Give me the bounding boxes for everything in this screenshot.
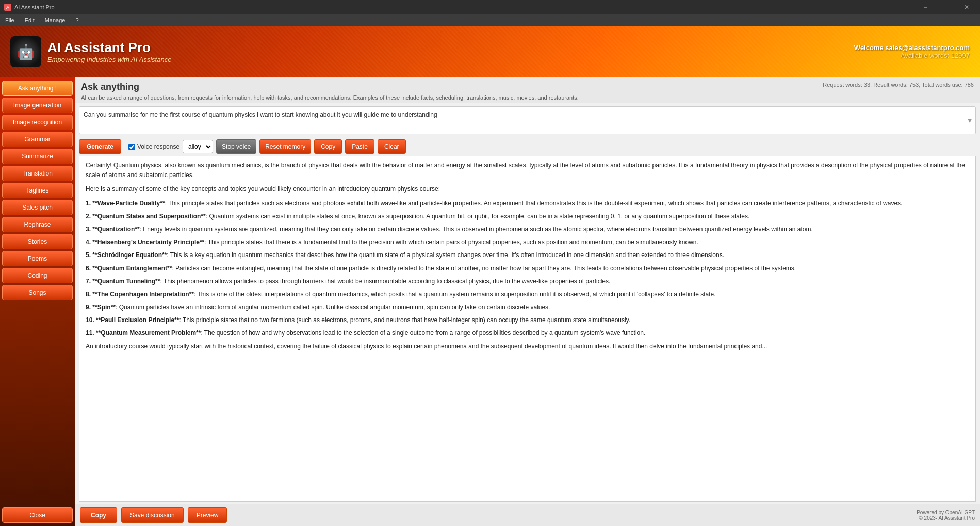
bottom-bar: Copy Save discussion Preview Powered by … xyxy=(75,504,980,526)
page-title: Ask anything xyxy=(81,82,139,92)
result-item: 5. **Schrödinger Equation**: This is a k… xyxy=(86,250,969,260)
reset-memory-button[interactable]: Reset memory xyxy=(259,139,311,154)
result-item: 6. **Quantum Entanglement**: Particles c… xyxy=(86,264,969,274)
maximize-button[interactable]: □ xyxy=(937,0,955,14)
sidebar-item-image-rec[interactable]: Image recognition xyxy=(2,115,73,130)
result-item: 1. **Wave-Particle Duality**: This princ… xyxy=(86,199,969,209)
app-icon: A xyxy=(4,4,11,11)
brand: 🤖 AI Assistant Pro Empowering Industries… xyxy=(10,36,171,67)
user-info: Welcome sales@aiassistantpro.com Availab… xyxy=(854,44,970,59)
sidebar-item-ask[interactable]: Ask anything ! xyxy=(2,81,73,96)
input-area[interactable]: Can you summarise for me the first cours… xyxy=(79,106,976,134)
menubar: File Edit Manage ? xyxy=(0,14,980,26)
result-summary-intro: Here is a summary of some of the key con… xyxy=(86,184,969,194)
sidebar-item-songs[interactable]: Songs xyxy=(2,285,73,300)
logo-icon: 🤖 xyxy=(17,43,35,60)
result-intro: Certainly! Quantum physics, also known a… xyxy=(86,161,969,180)
powered-text: Powered by OpenAI GPT xyxy=(917,509,975,515)
result-item: 11. **Quantum Measurement Problem**: The… xyxy=(86,328,969,338)
sidebar-item-rephrase[interactable]: Rephrase xyxy=(2,217,73,232)
result-item: 3. **Quantization**: Energy levels in qu… xyxy=(86,225,969,234)
voice-checkbox[interactable] xyxy=(128,144,135,150)
result-item: 10. **Pauli Exclusion Principle**: This … xyxy=(86,315,969,325)
titlebar: A AI Assistant Pro − □ ✕ xyxy=(0,0,980,14)
powered-by: Powered by OpenAI GPT © 2023- AI Assista… xyxy=(917,509,975,521)
generate-button[interactable]: Generate xyxy=(79,139,121,154)
sidebar-item-grammar[interactable]: Grammar xyxy=(2,132,73,147)
result-trailing: An introductory course would typically s… xyxy=(86,342,969,352)
app-tagline: Empowering Industries with AI Assistance xyxy=(47,56,171,63)
result-item: 9. **Spin**: Quantum particles have an i… xyxy=(86,302,969,312)
stats-label: Request words: 33, Result words: 753, To… xyxy=(823,82,974,88)
sidebar-item-stories[interactable]: Stories xyxy=(2,234,73,249)
copyright-text: © 2023- AI Assistant Pro xyxy=(917,515,975,521)
stop-voice-button[interactable]: Stop voice xyxy=(216,139,256,154)
close-button[interactable]: Close xyxy=(2,507,73,523)
sidebar-item-taglines[interactable]: Taglines xyxy=(2,183,73,198)
titlebar-title: AI Assistant Pro xyxy=(14,4,55,10)
copy-bottom-button[interactable]: Copy xyxy=(80,507,117,523)
scroll-indicator: ▼ xyxy=(966,116,973,124)
menu-help[interactable]: ? xyxy=(73,16,80,24)
voice-label: Voice response xyxy=(137,143,179,150)
result-item: 2. **Quantum States and Superposition**:… xyxy=(86,212,969,221)
bottom-actions: Copy Save discussion Preview xyxy=(80,507,227,523)
result-item: 7. **Quantum Tunneling**: This phenomeno… xyxy=(86,277,969,286)
content-header: Ask anything Request words: 33, Result w… xyxy=(75,77,980,103)
menu-edit[interactable]: Edit xyxy=(23,16,37,24)
minimize-button[interactable]: − xyxy=(916,0,935,14)
copy-button-top[interactable]: Copy xyxy=(314,139,342,154)
sidebar-item-sales[interactable]: Sales pitch xyxy=(2,200,73,215)
header-title-block: AI Assistant Pro Empowering Industries w… xyxy=(47,40,171,63)
content-area: Ask anything Request words: 33, Result w… xyxy=(75,77,980,526)
menu-manage[interactable]: Manage xyxy=(43,16,68,24)
sidebar-item-image-gen[interactable]: Image generation xyxy=(2,98,73,113)
sidebar-item-poems[interactable]: Poems xyxy=(2,251,73,266)
result-items-container: 1. **Wave-Particle Duality**: This princ… xyxy=(86,199,969,339)
voice-response-check: Voice response xyxy=(128,143,179,150)
app-name: AI Assistant Pro xyxy=(47,40,171,56)
result-item: 4. **Heisenberg's Uncertainty Principle*… xyxy=(86,237,969,247)
sidebar-item-translation[interactable]: Translation xyxy=(2,166,73,181)
logo: 🤖 xyxy=(10,36,41,67)
header: 🤖 AI Assistant Pro Empowering Industries… xyxy=(0,26,980,77)
sidebar: Ask anything ! Image generation Image re… xyxy=(0,77,75,526)
voice-select[interactable]: alloy xyxy=(183,140,213,153)
welcome-text: Welcome sales@aiassistantpro.com xyxy=(854,44,970,52)
sidebar-item-summarize[interactable]: Summarize xyxy=(2,149,73,164)
content-description: AI can be asked a range of questions, fr… xyxy=(81,94,974,101)
paste-button[interactable]: Paste xyxy=(345,139,374,154)
clear-button[interactable]: Clear xyxy=(378,139,406,154)
save-discussion-button[interactable]: Save discussion xyxy=(121,507,184,523)
available-words: Available words: 12997 xyxy=(854,52,970,59)
result-area: Certainly! Quantum physics, also known a… xyxy=(79,156,976,502)
preview-button[interactable]: Preview xyxy=(188,507,227,523)
sidebar-item-coding[interactable]: Coding xyxy=(2,268,73,283)
close-window-button[interactable]: ✕ xyxy=(957,0,976,14)
result-item: 8. **The Copenhagen Interpretation**: Th… xyxy=(86,290,969,299)
menu-file[interactable]: File xyxy=(3,16,17,24)
input-text[interactable]: Can you summarise for me the first cours… xyxy=(84,111,971,130)
controls-bar: Generate Voice response alloy Stop voice… xyxy=(75,137,980,156)
